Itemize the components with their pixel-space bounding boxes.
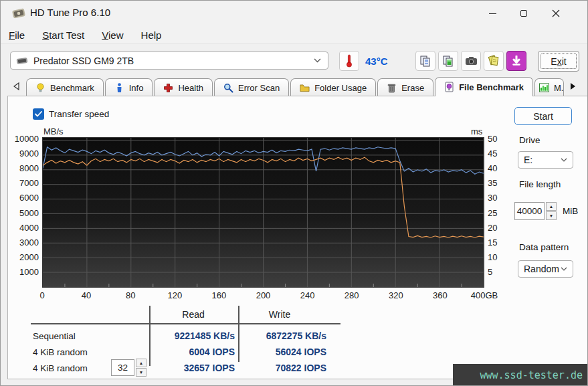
transfer-speed-checkbox[interactable] <box>33 108 44 120</box>
drive-selector-dropdown[interactable]: Predator SSD GM9 2TB <box>10 52 328 70</box>
copy-text-button[interactable] <box>415 51 435 71</box>
toolbar: Predator SSD GM9 2TB 43°C <box>1 44 588 76</box>
exit-button[interactable]: Exit <box>538 51 579 72</box>
tab-label: Info <box>129 83 144 93</box>
tab-label: Erase <box>401 83 424 93</box>
sequential-read-value: 9221485 KB/s <box>148 330 235 341</box>
axis-tick-label: 50 <box>488 134 497 144</box>
chevron-down-icon <box>561 267 567 271</box>
axis-tick-label: 10000 <box>1 134 39 144</box>
axis-tick-label: 40 <box>82 290 91 300</box>
file-length-input[interactable]: 40000 <box>514 202 545 220</box>
close-button[interactable] <box>541 1 571 26</box>
random-qd-write-value: 70822 IOPS <box>239 363 326 373</box>
y-left-axis-unit: MB/s <box>43 126 64 136</box>
minimize-button[interactable] <box>477 1 508 26</box>
tab-error-scan[interactable]: Error Scan <box>214 78 289 96</box>
magnifier-icon <box>223 82 233 93</box>
axis-tick-label: 8000 <box>1 163 39 173</box>
axis-tick-label: 80 <box>126 290 135 300</box>
file-bulb-icon <box>444 82 454 92</box>
camera-icon <box>465 56 478 66</box>
random-read-value: 6004 IOPS <box>148 347 235 357</box>
copy-image-icon <box>442 55 454 68</box>
axis-tick-label: 35 <box>488 178 497 188</box>
tab-scroll-left-button[interactable] <box>10 80 22 93</box>
queue-depth-spinner: ▲ ▼ <box>136 359 146 377</box>
app-disk-icon <box>11 7 26 20</box>
axis-tick-label: 360 <box>433 290 448 300</box>
save-text-button[interactable] <box>484 51 504 71</box>
tab-erase[interactable]: Erase <box>377 78 433 96</box>
tab-benchmark[interactable]: Benchmark <box>26 78 104 96</box>
sequential-write-value: 6872275 KB/s <box>239 330 326 341</box>
axis-tick-label: 3000 <box>1 237 39 248</box>
queue-depth-input[interactable]: 32 <box>111 359 134 376</box>
chart-bars-icon <box>539 82 549 93</box>
copy-image-button[interactable] <box>438 51 458 71</box>
tab-strip: Benchmark Info Health Error Scan Folder … <box>1 76 588 96</box>
row-sequential-label: Sequential <box>33 331 76 341</box>
temperature-value: 43°C <box>365 56 388 67</box>
axis-tick-label: 20 <box>488 223 497 233</box>
menu-view[interactable]: View <box>102 29 123 41</box>
random-qd-read-value: 32657 IOPS <box>148 363 235 373</box>
check-icon <box>35 111 42 117</box>
axis-tick-label: 9000 <box>1 149 39 159</box>
axis-tick-label: 7000 <box>1 178 39 188</box>
trash-icon <box>387 82 397 93</box>
axis-tick-label: 25 <box>488 208 497 218</box>
bulb-icon <box>35 82 45 93</box>
temperature-button[interactable] <box>339 51 359 71</box>
write-column-header: Write <box>269 309 290 320</box>
tab-health[interactable]: Health <box>154 78 213 96</box>
screenshot-button[interactable] <box>461 51 481 71</box>
save-image-button[interactable] <box>506 51 526 71</box>
tab-scroll-right-button[interactable] <box>567 80 579 93</box>
tab-disk-monitor-partial[interactable]: M. <box>534 78 564 96</box>
tab-file-benchmark[interactable]: File Benchmark <box>435 77 533 96</box>
transfer-speed-label: Transfer speed <box>49 109 109 119</box>
spin-up-button[interactable]: ▲ <box>546 202 557 211</box>
data-pattern-dropdown[interactable]: Random <box>518 260 573 278</box>
drive-value: E: <box>524 155 532 165</box>
chevron-down-icon <box>561 158 567 162</box>
info-icon <box>114 82 124 93</box>
spin-down-button[interactable]: ▼ <box>136 368 146 377</box>
spin-down-button[interactable]: ▼ <box>546 211 557 220</box>
axis-tick-label: 5000 <box>1 208 39 218</box>
axis-tick-label: 160 <box>212 290 227 300</box>
maximize-icon <box>520 10 527 17</box>
data-pattern-value: Random <box>524 264 559 274</box>
tab-info[interactable]: Info <box>105 78 153 96</box>
chevron-down-icon <box>314 58 321 63</box>
folder-icon <box>300 82 310 93</box>
axis-tick-label: 45 <box>488 149 497 159</box>
menu-help[interactable]: Help <box>141 29 162 41</box>
tab-label: Health <box>178 83 203 93</box>
axis-tick-label: 320 <box>389 290 403 300</box>
results-header-line <box>31 323 340 324</box>
tab-folder-usage[interactable]: Folder Usage <box>290 78 376 96</box>
maximize-button[interactable] <box>508 1 539 26</box>
tab-label: Error Scan <box>238 83 280 93</box>
menu-file[interactable]: File <box>9 29 25 41</box>
watermark-banner: www.ssd-tester.de <box>453 364 588 386</box>
tab-label: Benchmark <box>50 83 94 93</box>
axis-tick-label: 0 <box>39 290 44 300</box>
read-column-header: Read <box>182 309 204 320</box>
axis-tick-label: 30 <box>488 193 497 203</box>
title-bar: HD Tune Pro 6.10 <box>1 1 588 26</box>
axis-tick-label: 15 <box>488 237 497 248</box>
start-button[interactable]: Start <box>514 107 572 125</box>
y-right-axis-unit: ms <box>471 126 482 136</box>
drive-label: Drive <box>519 135 541 145</box>
triangle-left-icon <box>13 82 19 90</box>
spin-up-button[interactable]: ▲ <box>136 359 146 367</box>
row-4kib-random-label: 4 KiB random <box>33 347 88 357</box>
axis-tick-label: 6000 <box>1 193 39 203</box>
tab-label: Folder Usage <box>314 83 367 93</box>
menu-start-test[interactable]: Start Test <box>42 29 84 41</box>
disk-icon <box>16 57 28 65</box>
drive-dropdown[interactable]: E: <box>518 151 573 169</box>
